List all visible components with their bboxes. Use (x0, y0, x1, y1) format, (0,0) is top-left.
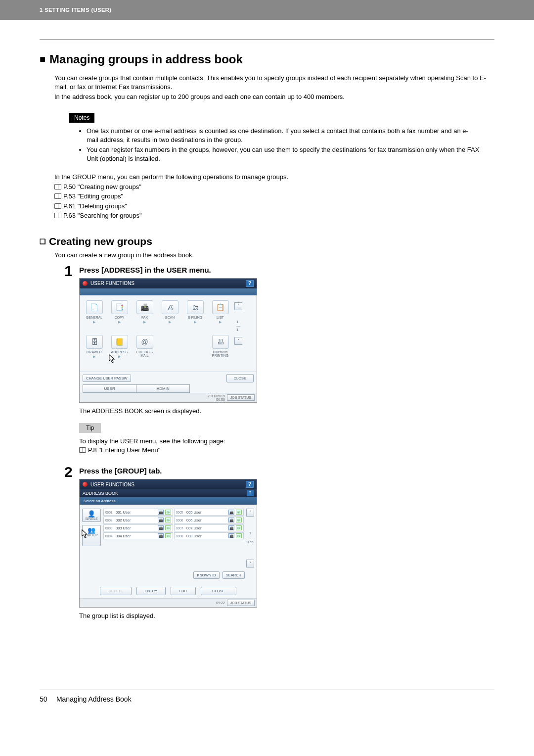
group-menu-item: P.53 "Editing groups" (63, 192, 123, 200)
panel-subheader: ADDRESS BOOK ? (80, 489, 257, 497)
address-row[interactable]: 0001001 User📠✉ (103, 509, 173, 516)
scan-button[interactable]: 🖨SCAN▶ (158, 300, 181, 324)
fax-icon: 📠 (158, 525, 164, 530)
change-password-button[interactable]: CHANGE USER PASSW (83, 375, 131, 382)
panel-titlebar: USER FUNCTIONS ? (80, 279, 257, 288)
screenshot-address-book: USER FUNCTIONS ? ADDRESS BOOK ? Select a… (79, 479, 257, 607)
mail-icon: ✉ (236, 510, 242, 515)
panel-actions: DELETE ENTRY EDIT CLOSE (80, 580, 257, 598)
help-button[interactable]: ? (246, 280, 254, 287)
panel-tabs: USER ADMIN (80, 384, 257, 393)
scroll-up-button[interactable]: ˄ (246, 509, 254, 517)
efiling-button[interactable]: 🗂E-FILING▶ (183, 300, 207, 324)
tab-user[interactable]: USER (83, 384, 136, 393)
help-button[interactable]: ? (247, 490, 254, 496)
step-title: Press [ADDRESS] in the USER menu. (79, 266, 494, 274)
address-row[interactable]: 0006006 User📠✉ (174, 517, 244, 523)
address-row[interactable]: 0007007 User📠✉ (174, 524, 244, 531)
known-id-button[interactable]: KNOWN ID (193, 571, 219, 579)
pointer-cursor-icon (79, 529, 89, 540)
step-1: 1 Press [ADDRESS] in the USER menu. USER… (64, 264, 494, 455)
orb-icon (83, 482, 88, 487)
tab-admin[interactable]: ADMIN (136, 384, 190, 393)
book-icon (54, 213, 61, 218)
section-heading: ■Managing groups in address book (40, 52, 494, 66)
search-button[interactable]: SEARCH (222, 571, 245, 579)
fax-icon: 📠 (228, 510, 234, 515)
panel-title: USER FUNCTIONS (90, 281, 134, 286)
list-button[interactable]: 📋LIST▶ (209, 300, 232, 324)
book-icon (54, 193, 61, 199)
address-row[interactable]: 0003003 User📠✉ (103, 524, 173, 531)
address-button[interactable]: 📒ADDRESS▶ (108, 335, 131, 370)
note-item: You can register fax numbers in the grou… (87, 145, 480, 163)
general-button[interactable]: 📄GENERAL▶ (83, 300, 106, 324)
panel-toolbar (80, 288, 257, 295)
page-footer: 50 Managing Address Book (40, 690, 494, 703)
status-bar: 09:22 JOB STATUS (80, 598, 257, 607)
tip-ref: P.8 "Entering User Menu" (88, 446, 160, 454)
mail-icon: ✉ (165, 510, 171, 515)
fax-icon: 📠 (158, 510, 164, 515)
fax-button[interactable]: 📠FAX▶ (133, 300, 156, 324)
entry-button[interactable]: ENTRY (136, 587, 166, 595)
intro-p1: You can create groups that contain multi… (54, 74, 494, 92)
fax-icon: 📠 (228, 525, 234, 530)
tip-label: Tip (79, 423, 101, 433)
subsection-heading-text: Creating new groups (49, 236, 152, 247)
address-row[interactable]: 0008008 User📠✉ (174, 532, 244, 539)
scroll-down-button[interactable]: ˅ (234, 337, 242, 345)
fax-icon: 📠 (228, 518, 234, 522)
fax-icon: 📠 (228, 533, 234, 538)
orb-icon (83, 281, 88, 286)
job-status-button[interactable]: JOB STATUS (227, 600, 255, 606)
tab-group[interactable]: 👥GROUP (82, 525, 101, 546)
fax-icon: 📠 (158, 518, 164, 522)
screenshot-user-functions: USER FUNCTIONS ? 📄GENERAL▶ 📑COPY▶ 📠FAX▶ … (79, 278, 257, 403)
book-icon (54, 203, 61, 209)
address-row[interactable]: 0005005 User📠✉ (174, 509, 244, 516)
fax-icon: 📠 (158, 533, 164, 538)
mail-icon: ✉ (236, 518, 242, 522)
group-menu-block: In the GROUP menu, you can perform the f… (54, 172, 494, 221)
tab-single[interactable]: 👤SINGLE (82, 509, 101, 522)
scroll-up-button[interactable]: ˄ (234, 302, 242, 310)
section-heading-text: Managing groups in address book (49, 52, 243, 66)
close-button[interactable]: CLOSE (226, 374, 254, 382)
pointer-cursor-icon (106, 354, 116, 365)
book-icon (79, 447, 86, 453)
address-row[interactable]: 0002002 User📠✉ (103, 517, 173, 523)
help-button[interactable]: ? (246, 481, 254, 488)
note-item: One fax number or one e-mail address is … (87, 127, 480, 144)
drawer-button[interactable]: 🗄DRAWER▶ (83, 335, 106, 359)
copy-button[interactable]: 📑COPY▶ (108, 300, 131, 324)
square-bullet-icon: ■ (40, 53, 45, 64)
step-number: 2 (64, 465, 79, 620)
group-menu-item: P.50 "Creating new groups" (63, 183, 141, 190)
mail-icon: ✉ (236, 533, 242, 538)
scroll-down-button[interactable]: ˅ (246, 560, 254, 567)
job-status-button[interactable]: JOB STATUS (227, 394, 255, 401)
select-address-bar: Select an Address (80, 497, 257, 505)
footer-title: Managing Address Book (56, 695, 132, 703)
delete-button[interactable]: DELETE (100, 587, 131, 595)
edit-button[interactable]: EDIT (171, 587, 196, 595)
chapter-header: 1 SETTING ITEMS (USER) (0, 0, 534, 20)
step-after-text: The ADDRESS BOOK screen is displayed. (79, 407, 494, 416)
subsection-heading: ❑Creating new groups (40, 236, 494, 247)
close-button[interactable]: CLOSE (201, 587, 236, 595)
address-row[interactable]: 0004004 User📠✉ (103, 532, 173, 539)
page-number: 50 (40, 695, 54, 703)
icon-grid-row1: 📄GENERAL▶ 📑COPY▶ 📠FAX▶ 🖨SCAN▶ 🗂E-FILING▶… (80, 295, 257, 334)
group-menu-item: P.63 "Searching for groups" (63, 212, 142, 219)
panel-title: USER FUNCTIONS (90, 482, 134, 487)
scroll-indicator: 1―1 (236, 320, 240, 332)
status-datetime: 2011/05/1906:06 (208, 394, 225, 401)
hollow-square-icon: ❑ (40, 237, 46, 245)
rule-top (40, 40, 494, 40)
bluetooth-printing-button[interactable]: 🖶Bluetooth PRINTING (209, 335, 232, 357)
step-after-text: The group list is displayed. (79, 612, 494, 620)
panel-bottom-bar: CHANGE USER PASSW CLOSE (80, 372, 257, 384)
step-title: Press the [GROUP] tab. (79, 467, 494, 475)
check-email-button[interactable]: @CHECK E-MAIL (133, 335, 156, 357)
